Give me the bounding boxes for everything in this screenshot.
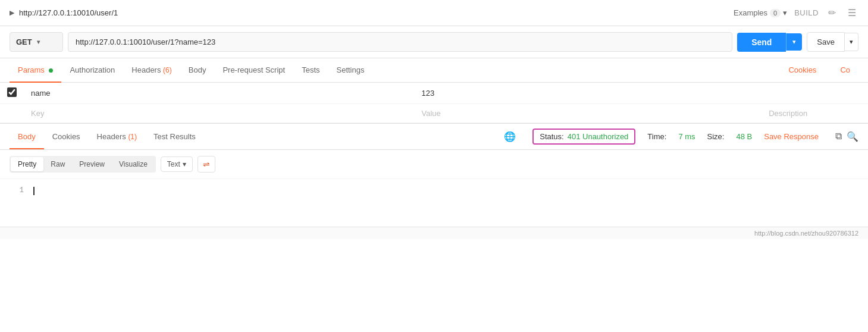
method-chevron-icon: ▾ bbox=[37, 39, 40, 45]
bottom-url: http://blog.csdn.net/zhou920786312 bbox=[754, 230, 858, 237]
param-value-empty[interactable]: Value bbox=[415, 104, 762, 123]
format-bar: Pretty Raw Preview Visualize Text ▾ ⇌ bbox=[0, 150, 868, 179]
status-value: 401 Unauthorized bbox=[568, 132, 629, 141]
status-label: Status: bbox=[540, 132, 563, 141]
copy-icon[interactable]: ⧉ bbox=[835, 131, 842, 142]
save-button[interactable]: Save bbox=[807, 32, 845, 52]
size-label: Size: bbox=[707, 132, 725, 141]
save-button-group: Save ▾ bbox=[807, 32, 858, 52]
save-response-button[interactable]: Save Response bbox=[764, 132, 819, 141]
tab-cookies[interactable]: Cookies bbox=[780, 58, 825, 83]
raw-button[interactable]: Raw bbox=[43, 157, 72, 171]
tab-tests[interactable]: Tests bbox=[293, 58, 328, 83]
top-bar: ▶ http://127.0.0.1:10010/user/1 Examples… bbox=[0, 0, 868, 26]
time-label: Time: bbox=[647, 132, 666, 141]
response-icon-group: ⧉ 🔍 bbox=[835, 131, 858, 142]
response-tab-body[interactable]: Body bbox=[10, 125, 44, 149]
param-row-1: name 123 bbox=[0, 83, 868, 104]
method-value: GET bbox=[16, 37, 32, 46]
visualize-button[interactable]: Visualize bbox=[112, 157, 155, 171]
param-key-1[interactable]: name bbox=[24, 83, 415, 104]
response-tabs-bar: Body Cookies Headers (1) Test Results 🌐 … bbox=[0, 124, 868, 150]
request-url-title: http://127.0.0.1:10010/user/1 bbox=[19, 8, 118, 17]
headers-count-badge: (6) bbox=[163, 66, 172, 74]
save-dropdown-button[interactable]: ▾ bbox=[845, 33, 858, 51]
tab-settings[interactable]: Settings bbox=[328, 58, 373, 83]
tab-params[interactable]: Params bbox=[10, 58, 61, 83]
param-desc-1[interactable] bbox=[762, 83, 868, 104]
examples-label: Examples bbox=[734, 8, 767, 17]
language-select[interactable]: Text ▾ bbox=[161, 156, 193, 172]
param-checkbox-1[interactable] bbox=[7, 87, 17, 97]
build-button[interactable]: BUILD bbox=[794, 8, 819, 17]
status-box: Status: 401 Unauthorized bbox=[532, 129, 635, 145]
param-key-empty[interactable]: Key bbox=[24, 104, 415, 123]
search-icon[interactable]: 🔍 bbox=[847, 131, 858, 142]
cursor bbox=[33, 187, 35, 195]
params-dot bbox=[49, 68, 53, 73]
tab-authorization[interactable]: Authorization bbox=[61, 58, 123, 83]
tab-headers[interactable]: Headers (6) bbox=[123, 58, 180, 83]
language-chevron-icon: ▾ bbox=[183, 160, 186, 168]
request-tabs-bar: Params Authorization Headers (6) Body Pr… bbox=[0, 58, 868, 83]
language-value: Text bbox=[167, 160, 180, 168]
url-input[interactable] bbox=[68, 32, 732, 52]
send-button[interactable]: Send bbox=[737, 33, 786, 52]
examples-count: 0 bbox=[770, 9, 781, 17]
preview-button[interactable]: Preview bbox=[72, 157, 112, 171]
param-row-empty: Key Value Description bbox=[0, 104, 868, 123]
edit-icon[interactable]: ✏ bbox=[826, 5, 838, 21]
wrap-button[interactable]: ⇌ bbox=[198, 156, 215, 173]
top-bar-right: Examples 0 ▾ BUILD ✏ ☰ bbox=[734, 5, 858, 21]
view-format-group: Pretty Raw Preview Visualize bbox=[10, 156, 156, 173]
examples-button[interactable]: Examples 0 ▾ bbox=[734, 8, 787, 17]
tabs-right-group: Cookies Co bbox=[780, 58, 858, 82]
code-area: 1 bbox=[0, 179, 868, 227]
tab-co[interactable]: Co bbox=[832, 58, 858, 83]
time-value: 7 ms bbox=[678, 132, 695, 141]
send-dropdown-button[interactable]: ▾ bbox=[786, 33, 802, 51]
expand-arrow-icon[interactable]: ▶ bbox=[10, 9, 14, 17]
code-content[interactable] bbox=[33, 186, 35, 220]
menu-icon[interactable]: ☰ bbox=[845, 5, 858, 21]
send-button-group: Send ▾ bbox=[737, 33, 802, 52]
size-value: 48 B bbox=[736, 132, 752, 141]
request-bar: GET ▾ Send ▾ Save ▾ bbox=[0, 26, 868, 58]
response-info-group: 🌐 Status: 401 Unauthorized Time: 7 ms Si… bbox=[504, 124, 858, 149]
tab-prerequest[interactable]: Pre-request Script bbox=[214, 58, 293, 83]
response-tab-cookies[interactable]: Cookies bbox=[44, 125, 89, 149]
pretty-button[interactable]: Pretty bbox=[11, 157, 43, 171]
response-tab-test-results[interactable]: Test Results bbox=[145, 125, 204, 149]
top-bar-left: ▶ http://127.0.0.1:10010/user/1 bbox=[10, 8, 118, 17]
params-section: name 123 Key Value Description bbox=[0, 83, 868, 124]
response-headers-count: (1) bbox=[128, 133, 137, 141]
response-tab-headers[interactable]: Headers (1) bbox=[89, 125, 145, 149]
examples-chevron-icon: ▾ bbox=[783, 8, 787, 17]
line-numbers: 1 bbox=[10, 186, 24, 220]
tab-body[interactable]: Body bbox=[180, 58, 215, 83]
bottom-bar: http://blog.csdn.net/zhou920786312 bbox=[0, 227, 868, 239]
method-select[interactable]: GET ▾ bbox=[10, 32, 63, 52]
param-desc-empty[interactable]: Description bbox=[762, 104, 868, 123]
param-value-1[interactable]: 123 bbox=[415, 83, 762, 104]
globe-icon[interactable]: 🌐 bbox=[504, 131, 516, 142]
